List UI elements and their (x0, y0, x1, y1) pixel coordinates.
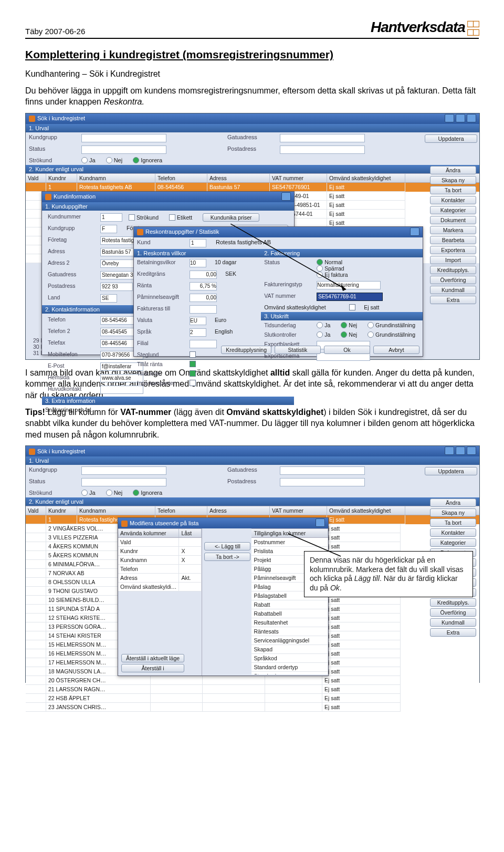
-verf-ring-button[interactable]: Överföring (430, 608, 476, 617)
kundmall-button[interactable]: Kundmall (430, 618, 476, 627)
radio-ignorera[interactable]: Ignorera (133, 157, 162, 163)
screenshot-1: Sök i kundregistret 1. Urval Kundgrupp S… (25, 113, 480, 360)
callout-box: Denna visas när du högerklickar på en ko… (304, 551, 473, 597)
skapa-ny-button[interactable]: Skapa ny (430, 508, 476, 517)
section-kunder: 2. Kunder enligt urval (26, 165, 479, 173)
kundmall-button[interactable]: Kundmall (430, 286, 476, 294)
section-urval: 1. Urval (26, 124, 479, 132)
grid-row[interactable]: 20 ÖSTERGREN CH…Ej satt (26, 676, 479, 685)
statistik-button[interactable]: Statistik (275, 346, 321, 354)
kategorier-button[interactable]: Kategorier (430, 538, 476, 547)
kreditupplys--button[interactable]: Kreditupplys. (430, 266, 476, 274)
kontakter-button[interactable]: Kontakter (430, 196, 476, 204)
kontakter-button[interactable]: Kontakter (430, 528, 476, 537)
postadress-input[interactable] (280, 146, 365, 154)
kundgrupp-input[interactable] (81, 134, 166, 142)
extra-button[interactable]: Extra (430, 628, 476, 637)
exportera-button[interactable]: Exportera (430, 246, 476, 254)
grid-row-selected[interactable]: 1Rotesta fastighets AB08-545456Bastunäs … (26, 183, 479, 192)
radio-nej[interactable]: Nej (106, 157, 123, 163)
kreditupplysning-button[interactable]: Kreditupplysning (221, 346, 271, 354)
-ndra-button[interactable]: Ändra (430, 498, 476, 507)
markera-button[interactable]: Markera (430, 226, 476, 234)
kundunika-button[interactable]: Kundunika priser (203, 213, 259, 222)
window-titlebar: Sök i kundregistret (26, 113, 479, 124)
page-header: Täby 2007-06-26 Hantverksdata□□□□ (25, 19, 479, 39)
uppdatera-button[interactable]: Uppdatera (425, 134, 477, 143)
ta-bort-button[interactable]: Ta bort (430, 518, 476, 527)
intro-paragraph: Du behöver lägga in uppgift om kundens m… (25, 85, 479, 108)
bearbeta-button[interactable]: Bearbeta (430, 236, 476, 244)
skapa-ny-button[interactable]: Skapa ny (430, 176, 476, 184)
avbryt-button[interactable]: Avbryt (373, 346, 419, 354)
radio-ja[interactable]: Ja (81, 157, 96, 163)
import-button[interactable]: Import (430, 256, 476, 264)
reskontra-window: Reskontrauppgifter / Statistik Kund1Rote… (133, 226, 423, 357)
doc-date: Täby 2007-06-26 (25, 27, 85, 36)
kategorier-button[interactable]: Kategorier (430, 206, 476, 214)
-ndra-button[interactable]: Ändra (430, 166, 476, 174)
grid-header[interactable]: Vald Kundnr Kundnamn Telefon Adress VAT … (26, 173, 479, 183)
brand-logo: Hantverksdata□□□□ (371, 19, 479, 36)
ta-bort-button[interactable]: Ta bort (430, 186, 476, 194)
modify-list-window: Modifiera utseende på lista Använda kolu… (118, 517, 329, 676)
lagg-till-button[interactable]: <- Lägg till (204, 542, 250, 550)
grid-row[interactable]: 22 HSB ÄPPLETEj satt (26, 694, 479, 703)
page-title: Komplettering i kundregistret (momsregis… (25, 48, 479, 61)
breadcrumb: Kundhantering – Sök i Kundregistret (25, 68, 479, 80)
ok-button[interactable]: Ok (324, 346, 370, 354)
dokument-button[interactable]: Dokument (430, 216, 476, 224)
grid-row[interactable]: 23 JANSSON CHRIS…Ej satt (26, 703, 479, 712)
status-input[interactable] (81, 146, 166, 154)
extra-button[interactable]: Extra (430, 296, 476, 304)
-verf-ring-button[interactable]: Överföring (430, 276, 476, 284)
gatuadress-input[interactable] (280, 134, 365, 142)
grid-row[interactable]: 21 LARSSON RAGN…Ej satt (26, 685, 479, 694)
kreditupplys--button[interactable]: Kreditupplys. (430, 598, 476, 607)
ta-bort-button[interactable]: Ta bort -> (204, 553, 250, 561)
screenshot-2: Sök i kundregistret 1. Urval Kundgrupp S… (25, 445, 480, 683)
